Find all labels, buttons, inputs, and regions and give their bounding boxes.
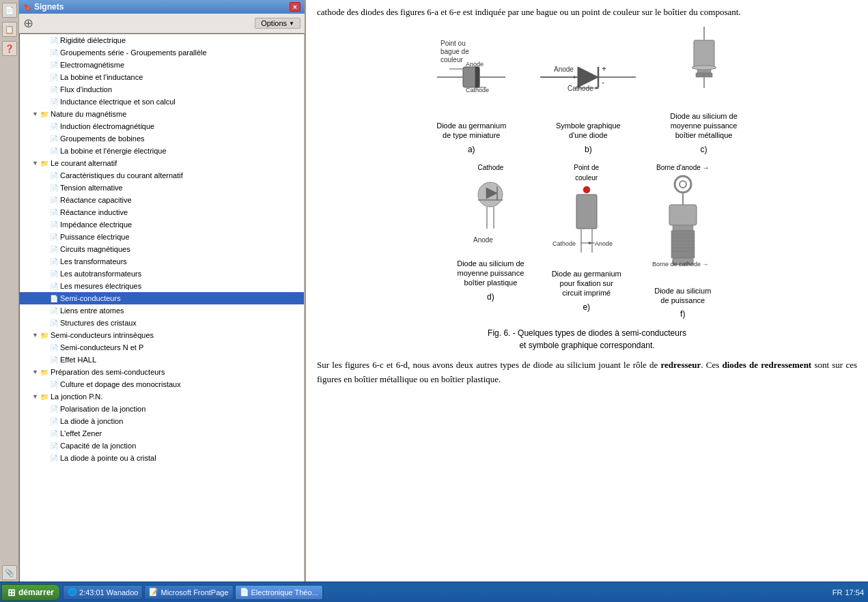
- tree-item[interactable]: 📄Rigidité diélectrique: [20, 34, 304, 46]
- diagram-e: Point decouleur Cathode Anode: [552, 162, 621, 313]
- item-label: Semi-conducteurs intrinsèques: [51, 331, 154, 339]
- fig-caption: Fig. 6. - Quelques types de diodes à sem…: [317, 327, 857, 352]
- tree-item[interactable]: 📄Flux d'induction: [20, 83, 304, 96]
- svg-rect-22: [694, 40, 714, 68]
- tree-item[interactable]: 📄Structures des cristaux: [20, 317, 304, 329]
- taskbar-tray: FR 17:54: [828, 588, 868, 597]
- add-bookmark-button[interactable]: ⊕: [23, 16, 33, 31]
- tree-item[interactable]: 📄Puissance électrique: [20, 231, 304, 243]
- diode-d-svg: Anode: [463, 174, 518, 256]
- item-label: Groupements série - Groupements parallèl…: [60, 48, 207, 57]
- left-icon-4[interactable]: 📎: [2, 565, 17, 580]
- tree-item[interactable]: 📄Les transformateurs: [20, 255, 304, 268]
- diagrams-row1: Point ou bague de couleur Anode: [317, 27, 857, 156]
- tree-item[interactable]: 📄L'effet Zener: [20, 427, 304, 440]
- left-icon-3[interactable]: ❓: [2, 41, 17, 56]
- tree-item[interactable]: 📄Polarisation de la jonction: [20, 403, 304, 415]
- diagram-d-label: d): [487, 291, 494, 303]
- diode-a-svg: Point ou bague de couleur Anode: [437, 36, 505, 118]
- tree-item[interactable]: 📄Effet HALL: [20, 354, 304, 366]
- expand-icon[interactable]: ▼: [32, 111, 39, 117]
- tree-item[interactable]: 📄Semi-conducteurs N et P: [20, 341, 304, 354]
- svg-text:Anode: Anode: [595, 240, 613, 247]
- expand-icon[interactable]: ▼: [32, 160, 39, 167]
- tree-item[interactable]: 📄Groupements série - Groupements parallè…: [20, 46, 304, 59]
- item-label: La diode à pointe ou à cristal: [60, 454, 156, 462]
- tree-item[interactable]: 📄Culture et dopage des monocristaux: [20, 378, 304, 390]
- page-icon: 📄: [50, 356, 58, 364]
- left-icon-2[interactable]: 📋: [2, 22, 17, 37]
- item-label: Tension alternative: [60, 184, 123, 192]
- item-label: Puissance électrique: [60, 233, 130, 241]
- item-label: Effet HALL: [60, 356, 96, 364]
- tree-item[interactable]: 📄La diode à jonction: [20, 415, 304, 427]
- tree-item[interactable]: ▼📁Le courant alternatif: [20, 157, 304, 169]
- diagram-f: Borne d'anode →: [649, 162, 717, 321]
- item-label: Caractéristiques du courant alternatif: [60, 171, 183, 180]
- tree-item[interactable]: 📄La diode à pointe ou à cristal: [20, 452, 304, 464]
- start-button[interactable]: ⊞ démarrer: [1, 584, 60, 601]
- tree-item[interactable]: 📄Induction électromagnétique: [20, 120, 304, 132]
- page-icon: 📄: [50, 405, 58, 413]
- page-icon: 📄: [50, 344, 58, 352]
- signets-title: Signets: [34, 2, 64, 12]
- tree-item[interactable]: 📄Caractéristiques du courant alternatif: [20, 169, 304, 182]
- signets-tree[interactable]: 📄Rigidité diélectrique 📄Groupements séri…: [19, 33, 305, 602]
- item-label: Réactance inductive: [60, 208, 128, 216]
- para2-text: Sur les figures 6-c et 6-d, nous avons d…: [317, 358, 857, 387]
- diagram-f-label: f): [680, 308, 685, 320]
- tree-item[interactable]: 📄Semi-conducteurs: [20, 292, 304, 304]
- diagram-d-line1: Diode au silicium de: [457, 259, 524, 268]
- electronique-label: Electronique Théo...: [251, 588, 318, 597]
- tree-item[interactable]: 📄Capacité de la jonction: [20, 440, 304, 452]
- page-icon: 📄: [50, 37, 58, 44]
- item-label: La bobine et l'inductance: [60, 73, 143, 81]
- tree-item[interactable]: 📄Electromagnétisme: [20, 59, 304, 71]
- tree-item[interactable]: 📄Réactance capacitive: [20, 194, 304, 206]
- expand-icon[interactable]: ▼: [32, 393, 39, 400]
- tree-item[interactable]: 📄Liens entre atomes: [20, 304, 304, 317]
- tree-item[interactable]: 📄Inductance électrique et son calcul: [20, 96, 304, 108]
- page-icon: 📄: [50, 135, 58, 143]
- tree-item[interactable]: 📄Circuits magnétiques: [20, 243, 304, 255]
- tree-item[interactable]: ▼📁Semi-conducteurs intrinsèques: [20, 329, 304, 341]
- diagram-f-line1: Diode au silicium: [654, 286, 711, 296]
- page-icon: 📄: [50, 172, 58, 180]
- content-area: cathode des diodes des figures 6-a et 6-…: [306, 0, 868, 602]
- tree-item[interactable]: ▼📁Nature du magnétisme: [20, 108, 304, 120]
- content-para2: Sur les figures 6-c et 6-d, nous avons d…: [317, 358, 857, 387]
- options-button[interactable]: Options ▼: [255, 18, 300, 29]
- taskbar-item-wanadoo[interactable]: 🌐 2:43:01 Wanadoo: [63, 585, 143, 600]
- diagram-d-line2: moyenne puissance: [457, 268, 524, 278]
- tree-item[interactable]: 📄La bobine et l'énergie électrique: [20, 145, 304, 157]
- item-label: Induction électromagnétique: [60, 122, 154, 130]
- expand-icon[interactable]: ▼: [32, 369, 39, 375]
- svg-rect-37: [576, 195, 597, 229]
- tree-item[interactable]: ▼📁Préparation des semi-conducteurs: [20, 366, 304, 378]
- tree-item[interactable]: 📄Les autotransformateurs: [20, 268, 304, 280]
- item-label: Groupements de bobines: [60, 134, 145, 143]
- item-label: Le courant alternatif: [51, 159, 117, 167]
- page-icon: 📄: [50, 233, 58, 241]
- tree-item[interactable]: 📄Les mesures électriques: [20, 280, 304, 292]
- diagram-c-line3: boîtier métallique: [670, 130, 737, 140]
- tree-item[interactable]: 📄Réactance inductive: [20, 206, 304, 218]
- diagrams-row2: Cathode Anode: [317, 162, 857, 321]
- tree-item[interactable]: 📄Impédance électrique: [20, 218, 304, 231]
- page-icon: 📄: [50, 295, 58, 302]
- close-button[interactable]: ×: [290, 2, 300, 12]
- expand-icon[interactable]: ▼: [32, 332, 39, 339]
- tree-item[interactable]: 📄Tension alternative: [20, 182, 304, 194]
- folder-icon: 📁: [40, 393, 48, 401]
- tree-item[interactable]: 📄Groupements de bobines: [20, 132, 304, 145]
- item-label: Structures des cristaux: [60, 319, 137, 327]
- tree-item[interactable]: 📄La bobine et l'inductance: [20, 71, 304, 83]
- page-icon: 📄: [50, 283, 58, 290]
- item-label: Inductance électrique et son calcul: [60, 98, 176, 106]
- item-label: L'effet Zener: [60, 429, 102, 438]
- taskbar-item-frontpage[interactable]: 📝 Microsoft FrontPage: [144, 585, 233, 600]
- item-label: Culture et dopage des monocristaux: [60, 380, 181, 388]
- tree-item[interactable]: ▼📁La jonction P.N.: [20, 390, 304, 403]
- taskbar-item-electronique[interactable]: 📄 Electronique Théo...: [235, 585, 323, 600]
- left-icon-1[interactable]: 📄: [2, 3, 17, 18]
